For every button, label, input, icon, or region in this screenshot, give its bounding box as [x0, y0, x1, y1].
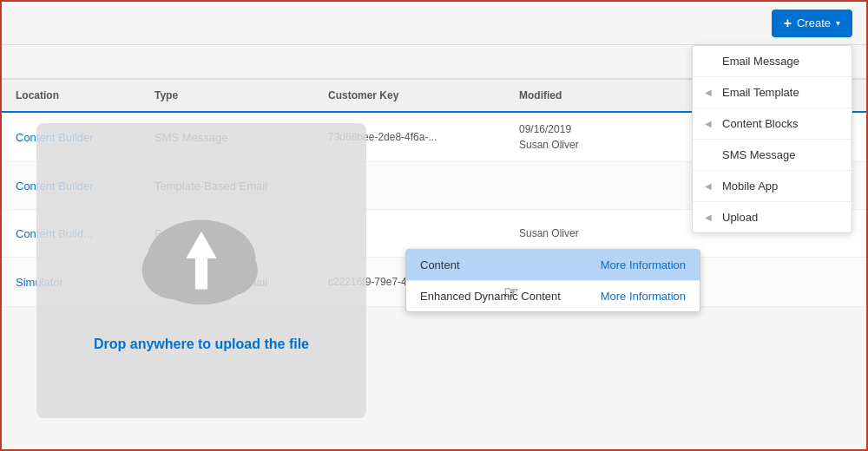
- tooltip-popup: Content More Information Enhanced Dynami…: [405, 249, 700, 312]
- plus-icon: +: [784, 16, 792, 31]
- col-header-customer-key: Customer Key: [328, 89, 519, 101]
- col-header-modified: Modified: [519, 89, 641, 101]
- chevron-icon: ◀: [705, 88, 712, 97]
- col-header-type: Type: [155, 89, 328, 101]
- cursor-hand-icon: ☞: [503, 282, 519, 303]
- header-bar: + Create ▾: [2, 2, 866, 45]
- dropdown-label-email-message: Email Message: [722, 55, 799, 68]
- tooltip-row-content[interactable]: Content More Information: [406, 250, 700, 281]
- dropdown-label-upload: Upload: [722, 211, 758, 224]
- dropdown-label-mobile-app: Mobile App: [722, 180, 778, 193]
- upload-overlay[interactable]: Drop anywhere to upload the file: [36, 123, 366, 418]
- chevron-icon: ◀: [705, 119, 712, 128]
- chevron-icon: ◀: [705, 181, 712, 191]
- tooltip-label-enhanced: Enhanced Dynamic Content: [420, 290, 561, 303]
- dropdown-label-sms-message: SMS Message: [722, 148, 796, 161]
- tooltip-label-content: Content: [420, 258, 460, 271]
- create-button[interactable]: + Create ▾: [772, 10, 852, 37]
- dropdown-item-email-message[interactable]: ◀ Email Message: [693, 46, 852, 77]
- dropdown-item-sms-message[interactable]: ◀ SMS Message: [693, 140, 852, 171]
- dropdown-menu: ◀ Email Message ◀ Email Template ◀ Conte…: [692, 45, 852, 233]
- dropdown-label-content-blocks: Content Blocks: [722, 117, 798, 130]
- dropdown-item-mobile-app[interactable]: ◀ Mobile App: [693, 171, 852, 202]
- tooltip-more-info-content[interactable]: More Information: [601, 258, 686, 271]
- dropdown-item-content-blocks[interactable]: ◀ Content Blocks: [693, 108, 852, 140]
- cell-modified-3: Susan Oliver: [519, 226, 641, 241]
- dropdown-item-upload[interactable]: ◀ Upload: [693, 202, 852, 232]
- tooltip-row-enhanced[interactable]: Enhanced Dynamic Content More Informatio…: [406, 281, 700, 311]
- cell-modified-1: 09/16/2019Susan Oliver: [519, 121, 641, 153]
- create-label: Create: [797, 16, 831, 29]
- dropdown-item-email-template[interactable]: ◀ Email Template: [693, 77, 852, 108]
- dropdown-label-email-template: Email Template: [722, 86, 799, 99]
- tooltip-more-info-enhanced[interactable]: More Information: [601, 290, 686, 303]
- col-header-location: Location: [16, 89, 155, 101]
- drop-text: Drop anywhere to upload the file: [94, 337, 309, 352]
- chevron-icon: ◀: [705, 212, 712, 222]
- caret-icon: ▾: [836, 18, 840, 28]
- cloud-upload-icon: [123, 189, 279, 328]
